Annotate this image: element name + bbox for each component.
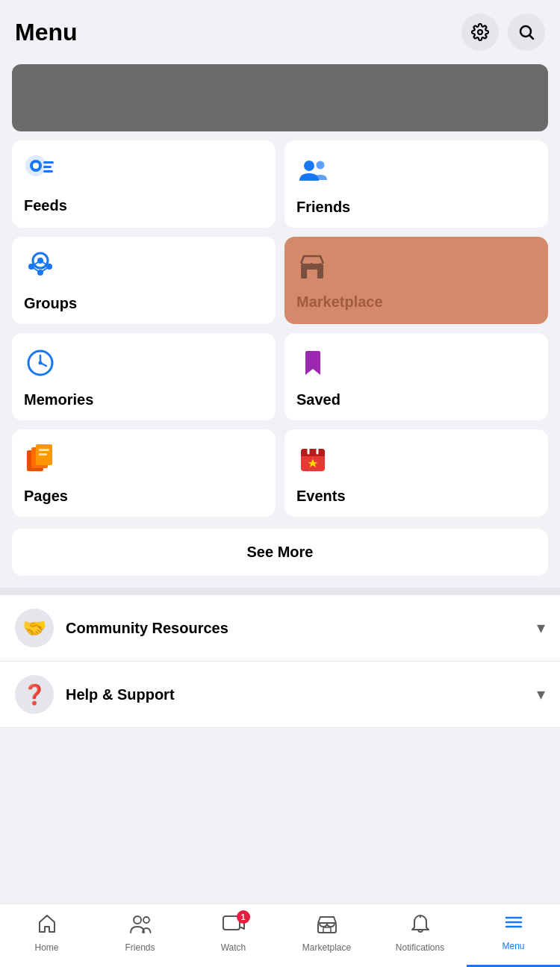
menu-nav-label: Menu (502, 941, 524, 951)
grid-item-events[interactable]: Events (284, 429, 548, 517)
nav-watch[interactable]: 1 Watch (187, 904, 280, 967)
svg-point-8 (33, 163, 39, 169)
grid-item-memories[interactable]: Memories (12, 333, 276, 420)
grid-item-saved[interactable]: Saved (284, 333, 548, 420)
grid-item-groups[interactable]: Groups (12, 237, 276, 324)
community-resources-icon: 🤝 (15, 609, 54, 647)
svg-point-10 (317, 161, 325, 170)
friends-label: Friends (296, 199, 536, 216)
community-resources-chevron: ▾ (537, 618, 545, 638)
groups-icon (24, 250, 264, 287)
marketplace-nav-label: Marketplace (302, 942, 351, 953)
feeds-label: Feeds (24, 197, 264, 214)
grid-item-friends[interactable]: Friends (284, 140, 548, 228)
groups-label: Groups (24, 295, 264, 312)
page-title: Menu (15, 19, 78, 46)
svg-rect-41 (323, 927, 331, 933)
svg-rect-21 (307, 270, 317, 279)
grid-item-marketplace[interactable]: Marketplace (284, 237, 548, 324)
marketplace-icon (296, 250, 536, 286)
svg-rect-7 (43, 170, 53, 172)
bottom-nav: Home Friends 1 Watch (0, 904, 560, 967)
settings-button[interactable] (461, 13, 499, 51)
svg-point-38 (143, 917, 149, 923)
nav-home[interactable]: Home (0, 904, 93, 967)
watch-nav-label: Watch (221, 942, 246, 953)
nav-menu[interactable]: Menu (467, 904, 560, 967)
svg-rect-33 (301, 453, 325, 456)
header: Menu (0, 0, 560, 58)
see-more-button[interactable]: See More (12, 529, 548, 576)
home-nav-icon (37, 913, 57, 939)
watch-badge: 1 (237, 910, 250, 924)
nav-marketplace[interactable]: Marketplace (280, 904, 373, 967)
svg-point-37 (134, 916, 141, 924)
marketplace-nav-icon (316, 913, 338, 939)
home-nav-label: Home (34, 942, 58, 953)
marketplace-label: Marketplace (296, 293, 536, 311)
pages-label: Pages (24, 488, 264, 505)
pages-icon (24, 443, 264, 480)
saved-label: Saved (296, 391, 536, 408)
help-support-icon: ❓ (15, 675, 54, 714)
memories-icon (24, 346, 264, 384)
svg-rect-6 (43, 166, 52, 168)
friends-nav-label: Friends (125, 942, 155, 953)
svg-point-0 (478, 30, 482, 34)
watch-nav-icon: 1 (222, 913, 246, 939)
svg-rect-5 (43, 161, 54, 164)
nav-friends[interactable]: Friends (93, 904, 187, 967)
svg-rect-29 (39, 449, 49, 451)
notifications-nav-icon (410, 913, 431, 939)
grid-item-feeds[interactable]: Feeds (12, 140, 276, 228)
gear-icon (471, 23, 489, 41)
events-icon (296, 443, 536, 480)
help-support-row[interactable]: ❓ Help & Support ▾ (0, 662, 560, 728)
grid-item-pages[interactable]: Pages (12, 429, 276, 517)
profile-banner[interactable] (12, 64, 548, 131)
menu-nav-icon (503, 912, 524, 938)
memories-label: Memories (24, 391, 264, 408)
events-label: Events (296, 488, 536, 505)
nav-notifications[interactable]: Notifications (373, 904, 467, 967)
help-support-chevron: ▾ (537, 685, 545, 704)
feeds-icon (24, 154, 264, 190)
search-button[interactable] (508, 13, 545, 51)
svg-rect-30 (39, 453, 47, 455)
help-support-label: Help & Support (66, 686, 525, 703)
svg-point-9 (304, 161, 314, 171)
notifications-nav-label: Notifications (396, 942, 444, 953)
header-icons (461, 13, 545, 51)
community-resources-label: Community Resources (66, 620, 525, 637)
search-icon (517, 23, 535, 41)
menu-grid: Feeds Friends (0, 140, 560, 517)
section-divider (0, 588, 560, 595)
friends-nav-icon (129, 913, 152, 939)
friends-icon (296, 154, 536, 191)
community-resources-row[interactable]: 🤝 Community Resources ▾ (0, 595, 560, 662)
saved-icon (296, 346, 536, 384)
see-more-section: See More (0, 517, 560, 576)
svg-line-2 (530, 36, 533, 39)
